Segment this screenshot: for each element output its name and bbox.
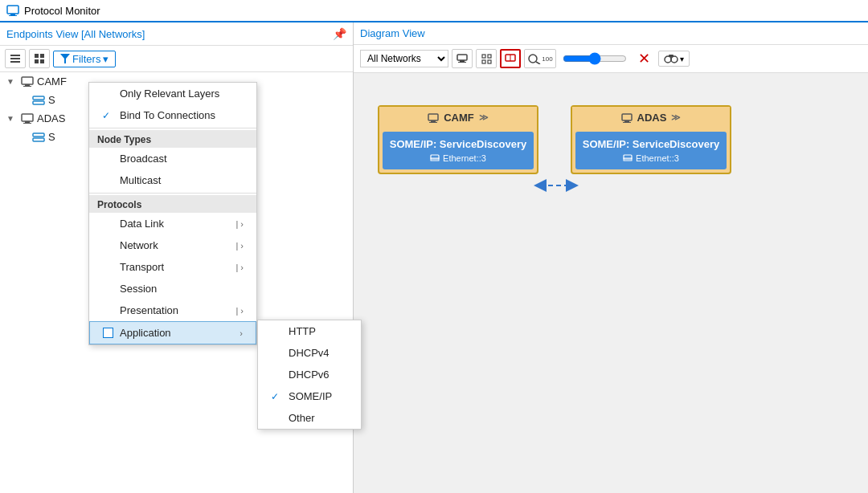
- svg-rect-6: [35, 54, 39, 58]
- svg-rect-26: [482, 60, 485, 63]
- diagram-search-btn[interactable]: 100: [524, 49, 556, 68]
- monitor-icon-adas: [21, 113, 34, 124]
- submenu-item-dhcpv4[interactable]: DHCPv4: [258, 342, 361, 364]
- list-icon: [10, 53, 21, 64]
- svg-rect-24: [482, 55, 485, 58]
- arrow-transport: | ›: [235, 263, 244, 272]
- menu-label-presentation: Presentation: [120, 304, 178, 316]
- svg-rect-3: [10, 55, 20, 56]
- adas-expand-icon[interactable]: ≫: [671, 112, 681, 123]
- expand-camf[interactable]: ▼: [6, 77, 18, 86]
- app-icon: [6, 4, 19, 17]
- menu-item-application[interactable]: Application ›: [89, 321, 256, 344]
- layout-icon: [505, 54, 516, 63]
- check-transport: [102, 262, 113, 273]
- diagram-canvas: CAMF ≫ SOME/IP: ServiceDiscovery Etherne…: [354, 73, 868, 493]
- menu-item-broadcast[interactable]: Broadcast: [89, 148, 256, 169]
- svg-point-32: [665, 56, 671, 63]
- node-adas-header: ADAS ≫: [572, 107, 730, 128]
- submenu-label-dhcpv4: DHCPv4: [289, 347, 330, 359]
- separator-2: [89, 193, 256, 194]
- adas-content: SOME/IP: ServiceDiscovery Ethernet::3: [575, 132, 727, 169]
- check-dhcpv6: [271, 369, 282, 381]
- submenu-item-other[interactable]: Other: [258, 407, 361, 429]
- camf-monitor-icon: [428, 113, 439, 123]
- tree-label-camf-s: S: [48, 94, 55, 106]
- node-adas[interactable]: ADAS ≫ SOME/IP: ServiceDiscovery Etherne…: [571, 105, 731, 174]
- arrow-presentation: | ›: [235, 306, 244, 316]
- menu-item-data-link[interactable]: Data Link | ›: [89, 213, 256, 234]
- expand-adas[interactable]: ▼: [6, 114, 18, 123]
- menu-label-network: Network: [120, 239, 158, 251]
- app-title: Protocol Monitor: [24, 5, 100, 17]
- menu-item-transport[interactable]: Transport | ›: [89, 256, 256, 278]
- svg-rect-19: [33, 133, 44, 136]
- submenu-label-http: HTTP: [289, 325, 316, 337]
- check-broadcast: [102, 153, 113, 165]
- endpoints-toolbar: Filters ▾: [0, 46, 353, 72]
- adas-protocol: SOME/IP: ServiceDiscovery: [582, 138, 720, 150]
- svg-rect-13: [23, 86, 31, 87]
- menu-label-session: Session: [120, 283, 157, 295]
- diagram-layout-btn[interactable]: [500, 49, 521, 68]
- camf-endpoint: Ethernet::3: [389, 153, 527, 163]
- svg-rect-15: [33, 101, 44, 104]
- submenu-item-someip[interactable]: ✓ SOME/IP: [258, 385, 361, 407]
- menu-item-network[interactable]: Network | ›: [89, 234, 256, 256]
- filters-button[interactable]: Filters ▾: [53, 51, 116, 67]
- svg-rect-1: [10, 14, 15, 15]
- svg-point-33: [671, 56, 678, 63]
- network-select[interactable]: All Networks Network 1 Network 2: [360, 50, 448, 67]
- menu-label-multicast: Multicast: [120, 174, 161, 186]
- menu-item-multicast[interactable]: Multicast: [89, 169, 256, 191]
- node-camf[interactable]: CAMF ≫ SOME/IP: ServiceDiscovery Etherne…: [378, 105, 538, 174]
- pin-icon[interactable]: 📌: [333, 27, 346, 40]
- menu-label-only-relevant: Only Relevant Layers: [120, 88, 219, 100]
- separator-1: [89, 128, 256, 128]
- svg-rect-17: [25, 121, 30, 123]
- diagram-grid-btn[interactable]: [476, 49, 497, 68]
- check-data-link: [102, 218, 113, 230]
- binoculars-button[interactable]: ▾: [658, 51, 690, 67]
- menu-item-only-relevant[interactable]: Only Relevant Layers: [89, 83, 256, 104]
- check-multicast: [102, 175, 113, 186]
- menu-item-bind-connections[interactable]: ✓ Bind To Connections: [89, 104, 256, 126]
- camf-expand-icon[interactable]: ≫: [479, 112, 489, 123]
- close-button[interactable]: ✕: [633, 48, 655, 69]
- camf-protocol: SOME/IP: ServiceDiscovery: [389, 138, 527, 150]
- diagram-panel-header: Diagram View: [354, 22, 868, 45]
- adas-endpoint: Ethernet::3: [582, 153, 720, 163]
- tree-label-adas-s: S: [48, 131, 55, 143]
- menu-item-session[interactable]: Session: [89, 278, 256, 299]
- check-http: [271, 326, 282, 337]
- tree-label-adas: ADAS: [37, 112, 65, 124]
- svg-marker-10: [60, 54, 70, 63]
- check-bind-connections: ✓: [102, 110, 113, 121]
- endpoint-grid-btn[interactable]: [29, 49, 50, 68]
- title-bar: Protocol Monitor: [0, 0, 868, 22]
- menu-label-data-link: Data Link: [120, 218, 164, 230]
- submenu-item-dhcpv6[interactable]: DHCPv6: [258, 364, 361, 385]
- svg-rect-40: [429, 122, 437, 123]
- filter-icon: [60, 54, 70, 63]
- filter-chevron: ▾: [103, 53, 108, 65]
- svg-rect-44: [624, 120, 629, 122]
- svg-rect-39: [431, 120, 436, 122]
- camf-title: CAMF: [444, 112, 474, 124]
- zoom-slider[interactable]: [563, 52, 627, 65]
- diagram-panel: Diagram View All Networks Network 1 Netw…: [354, 22, 868, 493]
- diagram-panel-title: Diagram View: [360, 27, 425, 39]
- diagram-endpoint-btn[interactable]: [452, 49, 473, 68]
- section-node-types: Node Types: [89, 130, 256, 148]
- adas-monitor-icon: [621, 113, 633, 123]
- camf-content: SOME/IP: ServiceDiscovery Ethernet::3: [383, 132, 534, 169]
- svg-rect-5: [10, 61, 20, 63]
- menu-item-presentation[interactable]: Presentation | ›: [89, 299, 256, 321]
- svg-rect-0: [7, 6, 18, 14]
- check-presentation: [102, 305, 113, 316]
- endpoint-list-btn[interactable]: [5, 49, 26, 68]
- grid-icon: [34, 53, 45, 64]
- svg-rect-23: [458, 62, 466, 63]
- submenu-item-http[interactable]: HTTP: [258, 320, 361, 342]
- diagram-toolbar: All Networks Network 1 Network 2: [354, 45, 868, 73]
